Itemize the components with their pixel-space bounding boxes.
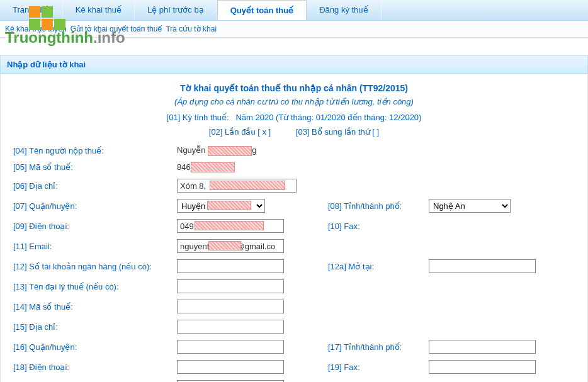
check-supplement: [03] Bổ sung lần thứ [ ]: [296, 127, 379, 137]
tab-dang-ky-thue[interactable]: Đăng ký thuế: [307, 0, 381, 20]
label-19: [19] Fax:: [328, 362, 429, 372]
tab-quyet-toan-thue[interactable]: Quyết toán thuế: [217, 0, 307, 20]
input-16-quan-huyen[interactable]: [177, 340, 284, 354]
value-05: 846: [177, 162, 328, 173]
input-12a-mo-tai[interactable]: [429, 259, 536, 273]
main-tabs: Trang chủ Kê khai thuế Lệ phí trước bạ Q…: [0, 0, 588, 21]
section-header: Nhập dữ liệu tờ khai: [0, 55, 588, 74]
submenu: Kê khai trực tuyến Gửi tờ khai quyết toá…: [0, 21, 588, 38]
input-15-dia-chi[interactable]: [177, 320, 284, 334]
redacted-04: [208, 146, 252, 156]
label-13: [13] Tên đại lý thuế (nếu có):: [13, 282, 177, 291]
form-title: Tờ khai quyết toán thuế thu nhập cá nhân…: [13, 83, 575, 93]
input-13-dai-ly[interactable]: [177, 279, 284, 293]
form-container: Tờ khai quyết toán thuế thu nhập cá nhân…: [0, 74, 588, 382]
redacted-05: [191, 162, 235, 172]
check-first-time: [02] Lần đầu [ x ]: [209, 127, 271, 137]
label-09: [09] Điện thoại:: [13, 222, 177, 231]
tab-le-phi-truoc-ba[interactable]: Lệ phí trước bạ: [135, 0, 217, 20]
input-14-mst[interactable]: [177, 300, 284, 313]
value-04: Nguyễn g: [177, 145, 328, 156]
redacted-11: [208, 241, 241, 250]
label-04: [04] Tên người nộp thuế:: [13, 146, 177, 155]
redacted-07: [207, 201, 251, 210]
label-16: [16] Quận/huyện:: [13, 342, 177, 352]
label-17: [17] Tỉnh/thành phố:: [328, 342, 429, 352]
submenu-tra-cuu[interactable]: Tra cứu tờ khai: [166, 25, 217, 33]
input-18-dien-thoai[interactable]: [177, 360, 284, 374]
label-14: [14] Mã số thuế:: [13, 302, 177, 312]
select-08-tinh-tp[interactable]: Nghệ An: [429, 199, 511, 213]
input-12-stk[interactable]: [177, 259, 284, 273]
tab-trang-chu[interactable]: Trang chủ: [0, 0, 63, 20]
submenu-gui-to-khai[interactable]: Gửi tờ khai quyết toán thuế: [71, 25, 162, 33]
tab-ke-khai-thue[interactable]: Kê khai thuế: [63, 0, 135, 20]
label-11: [11] Email:: [13, 242, 177, 251]
input-17-tinh-tp[interactable]: [429, 340, 536, 354]
form-check-row: [02] Lần đầu [ x ] [03] Bổ sung lần thứ …: [13, 127, 575, 137]
submenu-ke-khai-truc-tuyen[interactable]: Kê khai trực tuyến: [5, 25, 67, 33]
label-12: [12] Số tài khoản ngân hàng (nếu có):: [13, 262, 177, 271]
redacted-06: [210, 181, 285, 190]
label-10: [10] Fax:: [328, 222, 429, 231]
label-05: [05] Mã số thuế:: [13, 162, 177, 172]
input-19-fax[interactable]: [429, 360, 536, 374]
label-18: [18] Điện thoại:: [13, 362, 177, 372]
label-12a: [12a] Mở tại:: [328, 262, 429, 271]
label-07: [07] Quận/huyện:: [13, 201, 177, 211]
label-06: [06] Địa chỉ:: [13, 181, 177, 191]
form-subtitle: (Áp dụng cho cá nhân cư trú có thu nhập …: [13, 97, 575, 106]
label-08: [08] Tỉnh/thành phố:: [328, 201, 429, 211]
form-period: [01] Kỳ tính thuế: Năm 2020 (Từ tháng: 0…: [13, 113, 575, 122]
redacted-09: [195, 221, 264, 230]
label-15: [15] Địa chỉ:: [13, 322, 177, 332]
